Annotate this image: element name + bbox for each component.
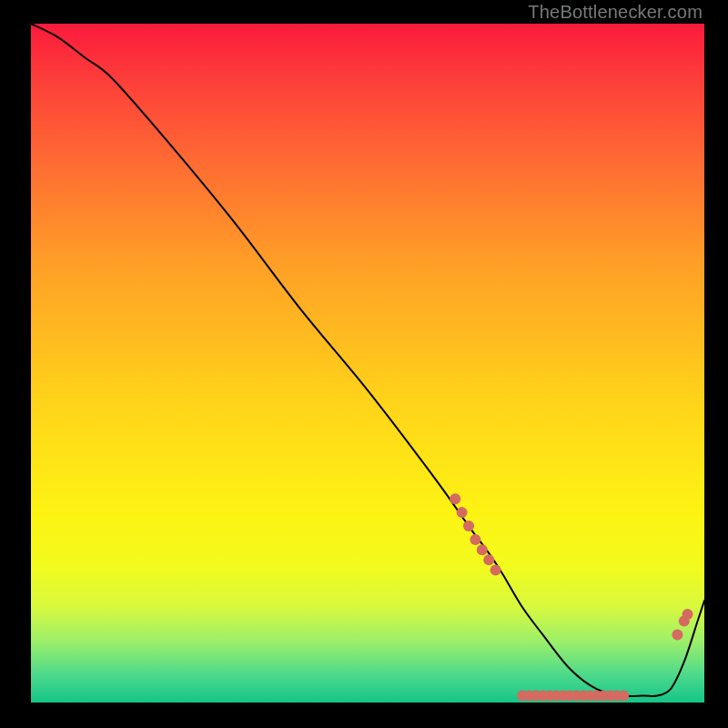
data-marker [490,565,501,576]
data-marker [672,629,682,640]
bottleneck-curve [31,24,704,696]
data-marker [450,493,460,504]
data-marker [682,609,693,620]
data-marker [618,691,629,702]
data-marker [483,554,494,565]
plot-gradient-area [31,24,704,703]
data-marker [477,544,488,555]
data-marker [463,521,474,531]
curve-svg [31,24,704,703]
data-marker [457,507,468,518]
data-marker [470,534,480,545]
branding-label: TheBottlenecker.com [528,2,703,23]
chart-frame: TheBottlenecker.com [0,0,728,728]
